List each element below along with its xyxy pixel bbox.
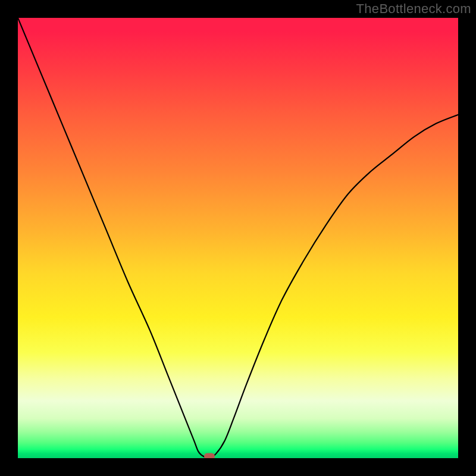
- bottleneck-curve: [18, 18, 458, 458]
- plot-area: [18, 18, 458, 458]
- minimum-marker: [204, 453, 215, 459]
- chart-frame: TheBottleneck.com: [0, 0, 476, 476]
- watermark-text: TheBottleneck.com: [356, 1, 471, 17]
